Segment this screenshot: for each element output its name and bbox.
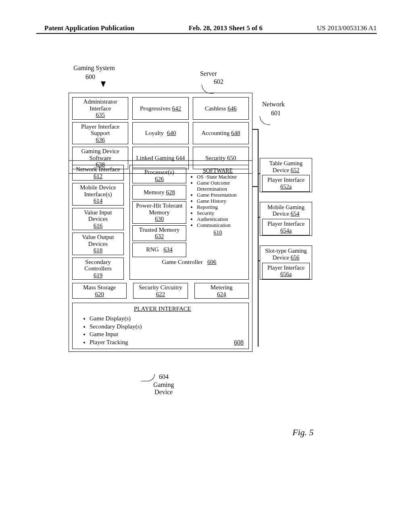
player-interface-number: 608 (234, 339, 244, 346)
leader-line-icon (202, 85, 214, 94)
list-item: Game Input (90, 330, 244, 339)
header-center: Feb. 28, 2013 Sheet 5 of 6 (189, 24, 263, 32)
module-player-interface-support: Player Interface Support636 (72, 122, 128, 145)
list-item: OS -State Machine (197, 174, 246, 180)
network-number: 601 (271, 110, 281, 117)
module-accounting: Accounting 648 (193, 122, 249, 145)
game-controller-box: Processor(s)626 Memory 628 Power-Hit Tol… (129, 165, 249, 280)
arrowhead-icon (101, 81, 106, 87)
list-item: Game Presentation (197, 192, 246, 198)
network-devices-column: Table Gaming Device 652 Player Interface… (260, 158, 312, 280)
network-device-sub: Player Interface656a (262, 263, 310, 279)
block-trusted-memory: Trusted Memory632 (132, 225, 186, 241)
network-label: Network (262, 101, 285, 108)
block-secondary-controllers: Secondary Controllers619 (72, 258, 124, 280)
connector-line-icon (252, 186, 258, 187)
network-device-slot-gaming: Slot-type Gaming Device 656 Player Inter… (260, 245, 312, 280)
list-item: Game History (197, 198, 246, 204)
network-bus-line-icon (258, 129, 259, 347)
server-number: 602 (214, 78, 223, 85)
network-device-sub: Player Interface652a (262, 175, 310, 191)
device-left-column: Network Interface612 Mobile Device Inter… (72, 165, 124, 280)
figure-label: Fig. 5 (292, 427, 314, 438)
list-item: Reporting (197, 204, 246, 210)
leader-line-icon (141, 374, 155, 381)
block-network-interface: Network Interface612 (72, 165, 124, 181)
list-item: Security (197, 210, 246, 216)
software-number: 610 (190, 230, 246, 236)
network-device-table-gaming: Table Gaming Device 652 Player Interface… (260, 158, 312, 192)
list-item: Game Display(s) (90, 315, 244, 323)
gaming-device-box: Network Interface612 Mobile Device Inter… (69, 160, 252, 352)
header-rule (36, 33, 377, 34)
header-right: US 2013/0053136 A1 (317, 24, 377, 32)
block-processors: Processor(s)626 (132, 168, 186, 183)
block-mobile-device-interface: Mobile Device Interface(s)614 (72, 183, 124, 206)
block-mass-storage: Mass Storage620 (72, 283, 127, 299)
list-item: Authentication (197, 216, 246, 222)
block-memory: Memory 628 (132, 185, 186, 200)
connector-line-icon (252, 129, 258, 130)
controller-components: Processor(s)626 Memory 628 Power-Hit Tol… (132, 168, 186, 257)
module-progressives: Progressives 642 (132, 97, 188, 120)
server-modules-grid: Administrator Interface635 Progressives … (72, 97, 249, 169)
gaming-device-number: 604 (159, 373, 169, 380)
block-value-output: Value Output Devices618 (72, 233, 124, 255)
block-value-input: Value Input Devices616 (72, 208, 124, 231)
module-loyalty: Loyalty 640 (132, 122, 188, 145)
software-box: SOFTWARE OS -State Machine Game Outcome … (190, 168, 246, 257)
player-interface-box: PLAYER INTERFACE Game Display(s) Seconda… (72, 303, 249, 349)
gaming-system-number: 600 (86, 73, 95, 81)
device-bottom-row: Mass Storage620 Security Circuitry622 Me… (72, 283, 249, 299)
list-item: Secondary Display(s) (90, 323, 244, 331)
network-device-mobile-gaming: Mobile Gaming Device 654 Player Interfac… (260, 202, 312, 236)
controller-caption: Game Controller 606 (132, 259, 246, 266)
server-label: Server (200, 70, 217, 77)
page-header: Patent Application Publication Feb. 28, … (0, 24, 413, 32)
list-item: Communication (197, 222, 246, 229)
module-cashless: Cashless 646 (193, 97, 249, 120)
player-interface-title: PLAYER INTERFACE (81, 305, 244, 312)
block-metering: Metering624 (194, 283, 249, 299)
block-power-hit-memory: Power-Hit Tolerant Memory630 (132, 201, 186, 224)
module-admin-interface: Administrator Interface635 (72, 97, 128, 120)
gaming-device-label: Gaming Device (153, 381, 174, 396)
list-item: Player Tracking (90, 339, 244, 347)
list-item: Game Outcome Determination (197, 180, 246, 192)
player-interface-list: Game Display(s) Secondary Display(s) Gam… (90, 315, 244, 346)
block-rng: RNG 634 (132, 243, 186, 257)
network-device-sub: Player Interface654a (262, 219, 310, 235)
leader-line-icon (260, 116, 270, 125)
gaming-system-label: Gaming System (73, 64, 115, 72)
block-security-circuitry: Security Circuitry622 (133, 283, 188, 299)
header-left: Patent Application Publication (44, 24, 134, 32)
software-title: SOFTWARE (190, 168, 246, 174)
software-list: OS -State Machine Game Outcome Determina… (197, 174, 246, 228)
